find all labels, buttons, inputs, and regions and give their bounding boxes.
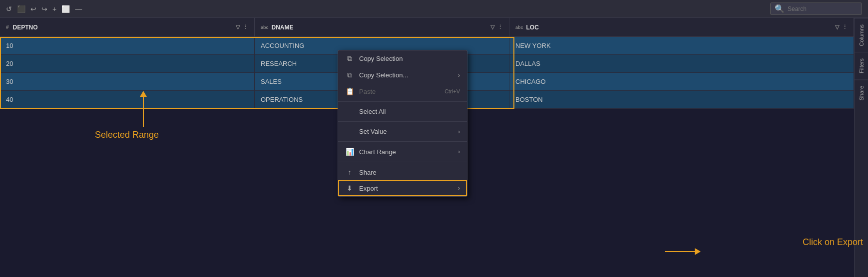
loc-header-actions: ▽ ⋮ <box>835 24 848 30</box>
deptno-col-name: DEPTNO <box>13 24 38 31</box>
cell-deptno-1: 10 <box>0 37 255 54</box>
search-input[interactable] <box>788 5 858 12</box>
dname-menu-icon[interactable]: ⋮ <box>497 24 503 30</box>
chart-range-icon: 📊 <box>345 148 354 156</box>
loc-type-icon: abc <box>515 25 523 30</box>
share-tab-label: Share <box>859 86 865 100</box>
cell-deptno-3: 30 <box>0 73 255 90</box>
cell-loc-1: NEW YORK <box>509 37 854 54</box>
menu-item-set-value[interactable]: Set Value › <box>338 124 467 139</box>
deptno-menu-icon[interactable]: ⋮ <box>243 24 248 30</box>
menu-item-select-all[interactable]: Select All <box>338 104 467 119</box>
menu-item-chart-range[interactable]: 📊 Chart Range › <box>338 144 467 160</box>
copy-selection-sub-icon: ⧉ <box>345 71 354 79</box>
deptno-type-icon: # <box>6 24 9 30</box>
set-value-label: Set Value <box>359 128 453 135</box>
menu-item-paste: 📋 Paste Ctrl+V <box>338 83 467 99</box>
toolbar-save-icon[interactable]: ⬛ <box>17 5 25 13</box>
search-box[interactable]: 🔍 <box>770 2 862 15</box>
share-label: Share <box>359 169 460 176</box>
search-icon: 🔍 <box>775 4 785 13</box>
click-export-annotation <box>665 248 701 255</box>
click-export-arrow-head <box>695 248 701 255</box>
chart-range-label: Chart Range <box>359 148 453 156</box>
toolbar-add-icon[interactable]: + <box>52 5 56 13</box>
click-export-arrow-line <box>665 251 695 252</box>
selected-range-annotation <box>140 91 147 127</box>
cell-loc-4: BOSTON <box>509 91 854 108</box>
columns-tab-label: Columns <box>859 24 865 46</box>
toolbar-copy-icon[interactable]: ⬜ <box>61 5 70 13</box>
menu-divider-2 <box>338 121 467 122</box>
dname-type-icon: abc <box>261 25 269 30</box>
paste-label: Paste <box>359 88 439 95</box>
cell-loc-2: DALLAS <box>509 55 854 72</box>
paste-icon: 📋 <box>345 87 354 95</box>
col-header-loc: abc LOC ▽ ⋮ <box>509 18 854 36</box>
col-header-dname: abc DNAME ▽ ⋮ <box>255 18 509 36</box>
menu-divider-1 <box>338 101 467 102</box>
export-arrow: › <box>458 185 460 192</box>
loc-col-name: LOC <box>526 24 539 31</box>
sidebar-tab-columns[interactable]: Columns <box>855 18 868 52</box>
selected-range-arrow-line <box>143 97 144 127</box>
toolbar-redo-icon[interactable]: ↪ <box>41 5 47 13</box>
toolbar-undo-icon[interactable]: ↩ <box>30 5 36 13</box>
paste-shortcut: Ctrl+V <box>444 88 460 94</box>
cell-deptno-4: 40 <box>0 91 255 108</box>
context-menu: ⧉ Copy Selection ⧉ Copy Selection... › 📋… <box>338 50 467 197</box>
chart-range-arrow: › <box>458 148 460 155</box>
export-icon: ⬇ <box>345 184 354 192</box>
deptno-header-actions: ▽ ⋮ <box>236 24 248 30</box>
dname-filter-icon[interactable]: ▽ <box>490 24 494 30</box>
click-export-label: Click on Export <box>803 237 863 248</box>
cell-loc-3: CHICAGO <box>509 73 854 90</box>
copy-selection-icon: ⧉ <box>345 54 354 63</box>
loc-menu-icon[interactable]: ⋮ <box>842 24 848 30</box>
set-value-arrow: › <box>458 128 460 135</box>
toolbar-refresh-icon[interactable]: ↺ <box>6 5 12 13</box>
toolbar: ↺ ⬛ ↩ ↪ + ⬜ — 🔍 <box>0 0 868 18</box>
dname-header-actions: ▽ ⋮ <box>490 24 503 30</box>
copy-selection-sub-arrow: › <box>458 72 460 79</box>
export-label: Export <box>359 185 453 192</box>
copy-selection-label: Copy Selection <box>359 55 460 62</box>
selected-range-label: Selected Range <box>95 130 159 140</box>
sidebar-tab-filters[interactable]: Filters <box>855 52 868 79</box>
grid-header: # DEPTNO ▽ ⋮ abc DNAME ▽ ⋮ abc LOC ▽ <box>0 18 854 37</box>
loc-filter-icon[interactable]: ▽ <box>835 24 839 30</box>
menu-item-share[interactable]: ↑ Share <box>338 164 467 180</box>
menu-item-copy-selection[interactable]: ⧉ Copy Selection <box>338 50 467 67</box>
menu-divider-3 <box>338 141 467 142</box>
toolbar-remove-icon[interactable]: — <box>75 5 82 13</box>
share-icon: ↑ <box>345 168 354 176</box>
col-header-deptno: # DEPTNO ▽ ⋮ <box>0 18 255 36</box>
deptno-filter-icon[interactable]: ▽ <box>236 24 240 30</box>
dname-col-name: DNAME <box>272 24 294 31</box>
menu-item-copy-selection-sub[interactable]: ⧉ Copy Selection... › <box>338 67 467 83</box>
select-all-label: Select All <box>359 108 460 115</box>
filters-tab-label: Filters <box>859 58 865 73</box>
cell-deptno-2: 20 <box>0 55 255 72</box>
menu-divider-4 <box>338 162 467 162</box>
selected-range-arrow-head <box>140 91 147 97</box>
sidebar-tab-share[interactable]: Share <box>855 79 868 106</box>
menu-item-export[interactable]: ⬇ Export › <box>338 180 467 196</box>
copy-selection-sub-label: Copy Selection... <box>359 71 453 79</box>
